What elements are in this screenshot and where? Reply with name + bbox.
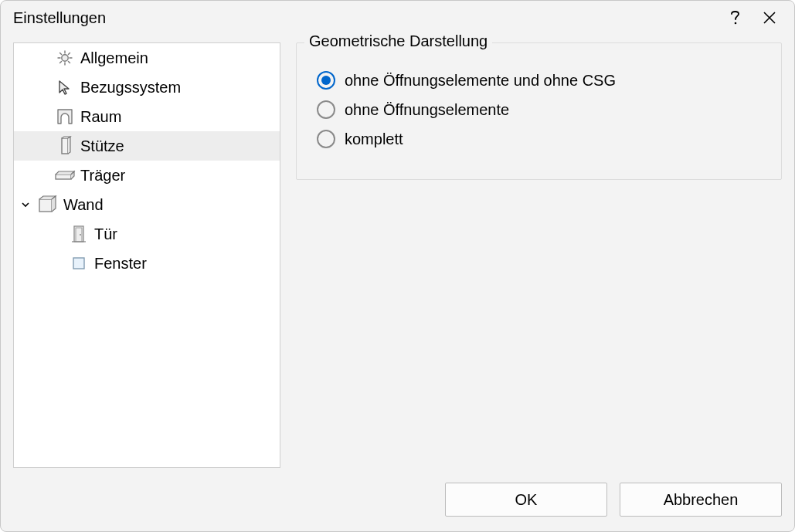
svg-rect-3 bbox=[56, 175, 71, 179]
svg-rect-2 bbox=[62, 138, 68, 154]
category-tree[interactable]: Allgemein Bezugssystem Raum bbox=[13, 42, 280, 468]
titlebar: Einstellungen bbox=[1, 1, 794, 35]
radio-label: komplett bbox=[345, 130, 403, 148]
tree-item-stuetze[interactable]: Stütze bbox=[14, 131, 280, 161]
radio-unchecked-icon bbox=[317, 130, 335, 148]
svg-point-0 bbox=[735, 22, 737, 25]
help-icon bbox=[729, 8, 742, 27]
tree-label: Tür bbox=[94, 225, 280, 243]
ok-button-label: OK bbox=[515, 491, 538, 509]
cancel-button-label: Abbrechen bbox=[664, 491, 739, 509]
beam-icon bbox=[54, 164, 76, 186]
svg-rect-4 bbox=[39, 199, 52, 212]
radio-option-1[interactable]: ohne Öffnungselemente bbox=[317, 100, 761, 119]
close-icon bbox=[763, 11, 776, 25]
tree-item-raum[interactable]: Raum bbox=[14, 102, 280, 131]
radio-option-0[interactable]: ohne Öffnungselemente und ohne CSG bbox=[317, 71, 761, 90]
tree-label: Stütze bbox=[80, 137, 280, 155]
help-button[interactable] bbox=[719, 1, 753, 35]
tree-item-traeger[interactable]: Träger bbox=[14, 161, 280, 190]
geometric-representation-group: Geometrische Darstellung ohne Öffnungsel… bbox=[296, 42, 782, 180]
room-icon bbox=[54, 106, 76, 127]
content-panel: Geometrische Darstellung ohne Öffnungsel… bbox=[296, 42, 782, 468]
dialog-body: Allgemein Bezugssystem Raum bbox=[1, 35, 794, 480]
wall-icon bbox=[37, 194, 59, 215]
settings-dialog: Einstellungen Allgemein bbox=[0, 0, 795, 532]
door-icon bbox=[68, 223, 90, 245]
gear-icon bbox=[54, 47, 76, 69]
groupbox-title: Geometrische Darstellung bbox=[304, 32, 492, 50]
window-icon bbox=[68, 252, 90, 274]
cancel-button[interactable]: Abbrechen bbox=[620, 483, 782, 517]
svg-point-1 bbox=[62, 55, 68, 61]
tree-label: Träger bbox=[80, 167, 280, 185]
tree-item-wand[interactable]: Wand bbox=[14, 190, 280, 219]
tree-item-fenster[interactable]: Fenster bbox=[14, 249, 280, 278]
radio-unchecked-icon bbox=[317, 100, 335, 119]
tree-item-bezugssystem[interactable]: Bezugssystem bbox=[14, 73, 280, 102]
dialog-title: Einstellungen bbox=[8, 9, 106, 27]
tree-label: Wand bbox=[63, 196, 280, 214]
radio-label: ohne Öffnungselemente und ohne CSG bbox=[345, 72, 616, 90]
chevron-down-icon[interactable] bbox=[19, 200, 32, 209]
svg-rect-9 bbox=[73, 258, 84, 269]
close-button[interactable] bbox=[753, 1, 787, 35]
tree-label: Raum bbox=[80, 108, 280, 126]
tree-item-allgemein[interactable]: Allgemein bbox=[14, 43, 280, 73]
tree-label: Allgemein bbox=[80, 49, 280, 67]
ok-button[interactable]: OK bbox=[445, 483, 607, 517]
column-icon bbox=[54, 135, 76, 157]
svg-point-7 bbox=[80, 234, 81, 236]
tree-item-tuer[interactable]: Tür bbox=[14, 219, 280, 249]
radio-checked-icon bbox=[317, 71, 335, 90]
tree-label: Fenster bbox=[94, 255, 280, 273]
tree-label: Bezugssystem bbox=[80, 79, 280, 97]
cursor-icon bbox=[54, 76, 76, 98]
button-bar: OK Abbrechen bbox=[1, 480, 794, 531]
radio-label: ohne Öffnungselemente bbox=[345, 101, 509, 119]
radio-option-2[interactable]: komplett bbox=[317, 130, 761, 148]
